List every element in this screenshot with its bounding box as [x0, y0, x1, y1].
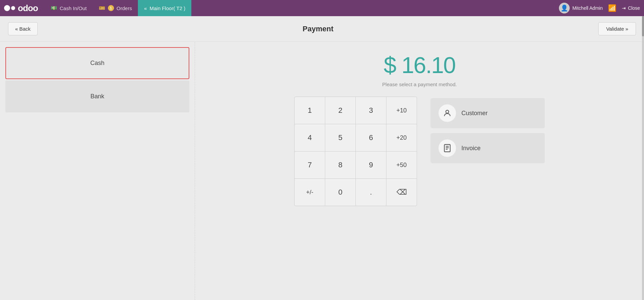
cash-icon: 💵: [51, 5, 57, 11]
numpad-key-8[interactable]: 8: [325, 152, 355, 178]
nav-close-button[interactable]: ⇥ Close: [622, 5, 640, 11]
cash-method-label: Cash: [90, 60, 104, 67]
numpad-key-dot[interactable]: .: [356, 179, 386, 206]
page-header: « Back Payment Validate »: [0, 16, 644, 42]
nav-cash-label: Cash In/Out: [60, 5, 87, 11]
payment-method-cash[interactable]: Cash: [5, 47, 189, 79]
numpad-key-9[interactable]: 9: [356, 152, 386, 178]
numpad-key-2[interactable]: 2: [325, 97, 355, 124]
numpad-key-4[interactable]: 4: [295, 124, 325, 151]
scrollbar-track: [642, 16, 644, 300]
orders-icon: 🎫: [99, 5, 105, 11]
numpad-key-plus20[interactable]: +20: [386, 124, 417, 151]
close-label: Close: [628, 5, 640, 11]
nav-floor-label: Main Floor( T2 ): [150, 5, 185, 11]
numpad-key-7[interactable]: 7: [295, 152, 325, 178]
customer-icon: [439, 104, 456, 122]
orders-badge: 1: [108, 5, 114, 11]
logo-circle-2: [11, 6, 15, 10]
main-area: « Back Payment Validate » Cash Bank $ 16…: [0, 16, 644, 300]
customer-label: Customer: [461, 110, 488, 117]
nav-user[interactable]: 👤 Mitchell Admin: [559, 3, 603, 13]
numpad-key-plus10[interactable]: +10: [386, 97, 417, 124]
logo-circle-1: [4, 5, 10, 11]
bank-method-label: Bank: [90, 93, 104, 100]
nav-right: 👤 Mitchell Admin 📶 ⇥ Close: [559, 3, 640, 13]
top-nav: odoo 💵 Cash In/Out 🎫 1 Orders « Main Flo…: [0, 0, 644, 16]
payment-hint: Please select a payment method.: [382, 81, 457, 87]
invoice-label: Invoice: [461, 145, 481, 152]
validate-button[interactable]: Validate »: [598, 22, 636, 35]
right-panel: $ 16.10 Please select a payment method. …: [195, 42, 644, 300]
back-button[interactable]: « Back: [8, 22, 38, 35]
numpad-key-plus50[interactable]: +50: [386, 152, 417, 178]
customer-button[interactable]: Customer: [430, 98, 545, 128]
logo-text: odoo: [18, 3, 38, 13]
floor-chevron-icon: «: [144, 5, 147, 11]
svg-point-0: [446, 110, 449, 113]
nav-orders[interactable]: 🎫 1 Orders: [93, 0, 138, 16]
wifi-icon: 📶: [608, 4, 616, 12]
numpad-key-5[interactable]: 5: [325, 124, 355, 151]
username: Mitchell Admin: [572, 5, 603, 11]
nav-cash-inout[interactable]: 💵 Cash In/Out: [45, 0, 93, 16]
scrollbar-thumb[interactable]: [642, 16, 644, 36]
numpad-key-0[interactable]: 0: [325, 179, 355, 206]
amount-display: $ 16.10: [384, 52, 455, 78]
payment-methods-panel: Cash Bank: [0, 42, 195, 300]
page-title: Payment: [38, 25, 599, 33]
payment-method-bank[interactable]: Bank: [5, 80, 189, 112]
nav-floor[interactable]: « Main Floor( T2 ): [138, 0, 191, 16]
odoo-logo: odoo: [4, 3, 38, 13]
numpad-key-3[interactable]: 3: [356, 97, 386, 124]
numpad-key-1[interactable]: 1: [295, 97, 325, 124]
close-icon: ⇥: [622, 5, 626, 11]
invoice-button[interactable]: Invoice: [430, 133, 545, 163]
nav-orders-label: Orders: [117, 5, 132, 11]
invoice-icon: [439, 139, 456, 157]
numpad-key-backspace[interactable]: ⌫: [386, 179, 417, 206]
action-buttons: Customer Invoice: [430, 97, 545, 163]
numpad-key-plusminus[interactable]: +/-: [295, 179, 325, 206]
avatar: 👤: [559, 3, 570, 13]
numpad-key-6[interactable]: 6: [356, 124, 386, 151]
numpad: 1 2 3 +10 4 5 6 +20 7 8 9 +50 +/- 0 . ⌫: [294, 97, 417, 206]
content-row: Cash Bank $ 16.10 Please select a paymen…: [0, 42, 644, 300]
